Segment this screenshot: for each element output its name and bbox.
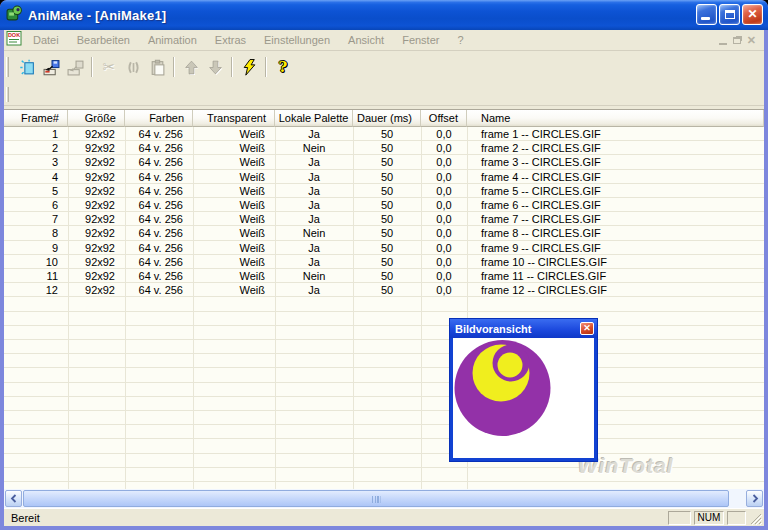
play-animation-button[interactable] [237,56,261,79]
menu-datei[interactable]: Datei [24,31,68,49]
import-frames-button[interactable] [39,56,63,79]
menu-animation[interactable]: Animation [139,31,206,49]
table-cell: 92x92 [68,141,125,155]
table-cell: 64 v. 256 [125,212,193,226]
resize-grip[interactable] [749,510,763,526]
chevron-right-icon [751,494,759,503]
table-cell: 4 [4,170,68,184]
table-row[interactable]: 1192x9264 v. 256WeißNein500,0frame 11 --… [4,269,764,283]
help-button[interactable]: ? [271,56,295,79]
table-cell: frame 5 -- CIRCLES.GIF [467,184,764,198]
table-cell: 64 v. 256 [125,283,193,297]
horizontal-scrollbar[interactable] [4,489,764,508]
preview-close-button[interactable]: ✕ [580,322,594,335]
app-icon-image [6,5,23,22]
table-cell: 92x92 [68,283,125,297]
table-row[interactable]: 392x9264 v. 256WeißJa500,0frame 3 -- CIR… [4,155,764,169]
column-header[interactable]: Offset [421,110,467,127]
maximize-icon [725,10,735,19]
mdi-close-icon[interactable]: ✕ [747,35,756,46]
table-cell: 92x92 [68,170,125,184]
table-row[interactable]: 1292x9264 v. 256WeißJa500,0frame 12 -- C… [4,283,764,297]
preview-title: Bildvoransicht [455,323,580,335]
close-button[interactable]: ✕ [742,4,763,25]
menu-ansicht[interactable]: Ansicht [339,31,393,49]
table-cell: Ja [275,198,353,212]
table-cell: Ja [275,255,353,269]
column-header[interactable]: Dauer (ms) [353,110,421,127]
scroll-left-button[interactable] [5,490,22,507]
table-cell: 50 [353,212,421,226]
table-cell: 12 [4,283,68,297]
column-header[interactable]: Transparent [193,110,275,127]
document-icon-image: DOK [6,30,24,47]
scrollbar-thumb[interactable] [23,490,729,507]
new-animation-button[interactable] [15,56,39,79]
window-title: AniMake - [AniMake1] [28,8,166,23]
table-cell: 64 v. 256 [125,127,193,141]
frame-list-header: Frame#GrößeFarbenTransparentLokale Palet… [4,109,764,127]
column-header[interactable]: Frame# [4,110,68,127]
paste-icon [149,59,166,76]
menu-bearbeiten[interactable]: Bearbeiten [68,31,139,49]
insert-frame-button [121,56,145,79]
table-cell: 92x92 [68,127,125,141]
column-header[interactable]: Name [467,110,764,127]
menu-extras[interactable]: Extras [206,31,255,49]
toolbar-gripper[interactable] [6,57,9,77]
preview-titlebar[interactable]: Bildvoransicht ✕ [450,319,597,338]
toolbar: ✂ [4,51,764,83]
maximize-button[interactable] [719,4,740,25]
table-cell: Weiß [193,155,275,169]
column-header[interactable]: Lokale Palette [275,110,353,127]
column-header[interactable]: Größe [68,110,125,127]
status-panel-empty [727,511,746,525]
status-panel-empty [668,511,691,525]
table-cell: 0,0 [421,283,467,297]
table-cell: Weiß [193,283,275,297]
table-row[interactable]: 792x9264 v. 256WeißJa500,0frame 7 -- CIR… [4,212,764,226]
menu-fenster[interactable]: Fenster [393,31,448,49]
table-row[interactable]: 1092x9264 v. 256WeißJa500,0frame 10 -- C… [4,255,764,269]
minimize-button[interactable] [696,4,717,25]
mdi-minimize-icon[interactable] [719,43,727,45]
table-cell: 0,0 [421,170,467,184]
table-cell: 64 v. 256 [125,141,193,155]
table-row[interactable]: 492x9264 v. 256WeißJa500,0frame 4 -- CIR… [4,170,764,184]
table-cell: 0,0 [421,269,467,283]
menu-hilfe[interactable]: ? [448,31,472,49]
titlebar[interactable]: AniMake - [AniMake1] ✕ [0,0,768,30]
table-cell: Ja [275,170,353,184]
table-cell: Weiß [193,141,275,155]
move-down-icon [207,59,224,76]
table-cell: 3 [4,155,68,169]
column-header[interactable]: Farben [125,110,193,127]
export-frames-icon [67,59,84,76]
table-cell: 50 [353,283,421,297]
table-cell: 0,0 [421,141,467,155]
table-cell: 92x92 [68,226,125,240]
menu-einstellungen[interactable]: Einstellungen [255,31,339,49]
table-row[interactable]: 192x9264 v. 256WeißJa500,0frame 1 -- CIR… [4,127,764,141]
table-cell: Weiß [193,198,275,212]
table-cell: Weiß [193,226,275,240]
import-frames-icon [43,59,60,76]
table-cell: 0,0 [421,198,467,212]
paste-button [145,56,169,79]
table-row[interactable]: 992x9264 v. 256WeißJa500,0frame 9 -- CIR… [4,241,764,255]
table-cell: 8 [4,226,68,240]
toolbar-separator [265,57,267,77]
mdi-restore-icon[interactable] [733,37,741,44]
document-icon[interactable]: DOK [6,30,24,51]
app-icon[interactable] [6,5,23,26]
toolbar-gripper[interactable] [6,87,9,102]
table-row[interactable]: 692x9264 v. 256WeißJa500,0frame 6 -- CIR… [4,198,764,212]
table-row[interactable]: 892x9264 v. 256WeißNein500,0frame 8 -- C… [4,226,764,240]
move-up-icon [183,59,200,76]
table-cell: 92x92 [68,198,125,212]
table-row[interactable]: 292x9264 v. 256WeißNein500,0frame 2 -- C… [4,141,764,155]
status-panel-num: NUM [694,511,724,525]
table-cell: 0,0 [421,127,467,141]
table-row[interactable]: 592x9264 v. 256WeißJa500,0frame 5 -- CIR… [4,184,764,198]
scroll-right-button[interactable] [746,490,763,507]
